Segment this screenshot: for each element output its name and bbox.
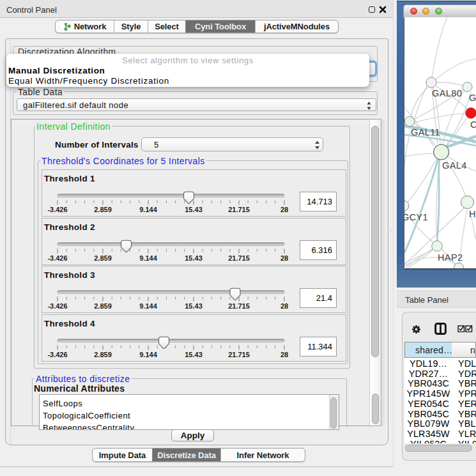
svg-text:28: 28 [280, 351, 288, 358]
svg-text:9.144: 9.144 [139, 302, 157, 310]
svg-text:C: C [470, 119, 476, 130]
svg-text:2.859: 2.859 [94, 254, 112, 262]
svg-text:28: 28 [280, 302, 288, 310]
svg-text:GAL4: GAL4 [442, 160, 467, 171]
svg-text:15.43: 15.43 [185, 351, 203, 358]
svg-text:21.715: 21.715 [228, 206, 250, 213]
svg-text:15.43: 15.43 [185, 254, 203, 262]
svg-text:28: 28 [280, 254, 288, 262]
svg-text:15.43: 15.43 [185, 302, 203, 310]
svg-text:GAL11: GAL11 [411, 127, 440, 137]
svg-text:9.144: 9.144 [139, 206, 157, 213]
svg-text:-3.426: -3.426 [47, 302, 67, 310]
svg-text:21.715: 21.715 [228, 254, 250, 262]
svg-text:9.144: 9.144 [139, 254, 157, 262]
svg-text:H: H [469, 209, 476, 219]
svg-text:-3.426: -3.426 [47, 206, 67, 213]
svg-text:2.859: 2.859 [94, 351, 112, 358]
svg-text:21.715: 21.715 [228, 351, 250, 358]
svg-text:-3.426: -3.426 [47, 351, 67, 358]
svg-text:GAL80: GAL80 [432, 88, 462, 98]
svg-text:9.144: 9.144 [139, 351, 157, 358]
svg-text:2.859: 2.859 [94, 302, 112, 310]
svg-text:21.715: 21.715 [228, 302, 250, 310]
svg-text:GA: GA [469, 93, 476, 103]
svg-text:-3.426: -3.426 [47, 254, 67, 262]
svg-text:GCY1: GCY1 [404, 212, 428, 222]
svg-text:HAP2: HAP2 [438, 252, 463, 263]
svg-text:28: 28 [280, 206, 288, 213]
svg-text:2.859: 2.859 [94, 206, 112, 213]
svg-text:15.43: 15.43 [185, 206, 203, 213]
